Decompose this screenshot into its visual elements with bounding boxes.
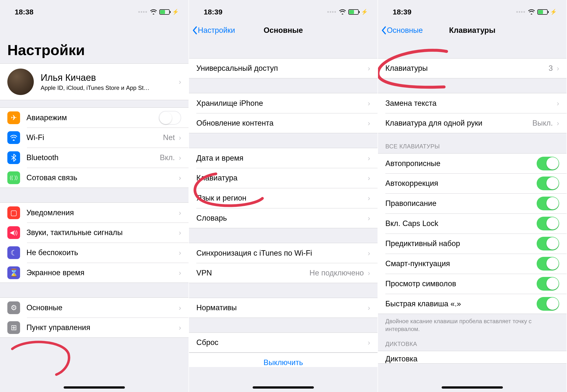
row-smart-punct[interactable]: Смарт-пунктуация xyxy=(378,254,567,274)
toggle[interactable] xyxy=(537,217,559,230)
section-header: ВСЕ КЛАВИАТУРЫ xyxy=(378,133,567,153)
chevron-right-icon: › xyxy=(557,64,559,72)
cell-signal-icon: •••• xyxy=(516,9,526,15)
chevron-right-icon: › xyxy=(368,269,370,277)
moon-icon: ☾ xyxy=(7,246,20,259)
bluetooth-icon xyxy=(7,151,20,164)
group: Замена текста › Клавиатура для одной рук… xyxy=(378,93,567,133)
row-bluetooth[interactable]: Bluetooth Вкл. › xyxy=(0,148,189,168)
toggle[interactable] xyxy=(537,177,559,190)
home-indicator xyxy=(442,386,503,389)
chevron-right-icon: › xyxy=(179,174,181,182)
sounds-icon: ◀)) xyxy=(7,226,20,239)
wifi-settings-icon xyxy=(7,131,20,144)
toggle[interactable] xyxy=(537,277,559,291)
toggle[interactable] xyxy=(537,297,559,311)
row-keyboard[interactable]: Клавиатура › xyxy=(189,168,377,188)
cell-signal-icon: •••• xyxy=(327,9,337,15)
screen-keyboards: 18:39 •••• ⚡ Основные Клавиатуры Клавиат… xyxy=(378,0,567,392)
row-autocorrect[interactable]: Автокоррекция xyxy=(378,173,567,194)
chevron-right-icon: › xyxy=(179,228,181,237)
group: Сброс › Выключить xyxy=(189,333,377,367)
chevron-right-icon: › xyxy=(557,99,559,108)
cell-signal-icon: •••• xyxy=(138,9,148,15)
row-background-refresh[interactable]: Обновление контента › xyxy=(189,113,377,133)
row-dnd[interactable]: ☾ Не беспокоить › xyxy=(0,243,189,263)
home-indicator xyxy=(253,386,314,389)
row-dictation[interactable]: Диктовка xyxy=(378,351,567,364)
chevron-right-icon: › xyxy=(368,99,370,108)
row-spellcheck[interactable]: Правописание xyxy=(378,194,567,213)
wifi-icon xyxy=(339,8,346,16)
toggle[interactable] xyxy=(537,196,559,210)
status-bar: 18:38 •••• ⚡ xyxy=(0,0,189,20)
chevron-right-icon: › xyxy=(368,64,370,72)
chevron-right-icon: › xyxy=(179,154,181,162)
row-one-hand[interactable]: Клавиатура для одной руки Выкл. › xyxy=(378,113,567,133)
status-time: 18:39 xyxy=(393,8,412,16)
switches-icon: ⊞ xyxy=(7,321,20,334)
row-capslock[interactable]: Вкл. Caps Lock xyxy=(378,213,567,234)
row-regulatory[interactable]: Нормативы › xyxy=(189,298,377,318)
nav-title: Основные xyxy=(189,26,377,35)
svg-rect-7 xyxy=(538,10,543,14)
chevron-right-icon: › xyxy=(179,323,181,332)
airplane-toggle[interactable] xyxy=(159,111,181,125)
toggle[interactable] xyxy=(537,257,559,271)
annotation-circle xyxy=(7,340,76,383)
row-predictive[interactable]: Предиктивный набор xyxy=(378,234,567,254)
page-title: Настройки xyxy=(0,20,189,63)
group-general: ⚙ Основные › ⊞ Пункт управления › xyxy=(0,297,189,338)
row-wifi[interactable]: Wi-Fi Net › xyxy=(0,127,189,148)
cellular-icon: (( )) xyxy=(7,171,20,184)
airplane-icon: ✈ xyxy=(7,112,20,124)
row-keyboards-list[interactable]: Клавиатуры 3 › xyxy=(378,58,567,78)
chevron-right-icon: › xyxy=(179,78,181,86)
chevron-right-icon: › xyxy=(368,304,370,312)
screen-settings: 18:38 •••• ⚡ Настройки Илья Кичаев Apple… xyxy=(0,0,189,392)
row-general[interactable]: ⚙ Основные › xyxy=(0,297,189,318)
nav-bar: Настройки Основные xyxy=(189,20,377,41)
row-reset[interactable]: Сброс › xyxy=(189,333,377,353)
toggle[interactable] xyxy=(537,237,559,251)
row-char-preview[interactable]: Просмотр символов xyxy=(378,274,567,294)
chevron-right-icon: › xyxy=(179,304,181,312)
svg-rect-5 xyxy=(359,11,360,13)
screen-general: 18:39 •••• ⚡ Настройки Основные Универса… xyxy=(189,0,378,392)
group: Универсальный доступ › xyxy=(189,58,377,78)
row-screentime[interactable]: ⌛ Экранное время › xyxy=(0,263,189,283)
battery-icon: ⚡ xyxy=(348,9,368,15)
chevron-right-icon: › xyxy=(368,249,370,257)
svg-rect-2 xyxy=(170,11,171,13)
home-indicator xyxy=(64,386,125,389)
profile-name: Илья Кичаев xyxy=(41,72,177,83)
row-shutdown[interactable]: Выключить xyxy=(189,353,377,367)
profile-row[interactable]: Илья Кичаев Apple ID, iCloud, iTunes Sto… xyxy=(0,63,189,100)
row-dictionary[interactable]: Словарь › xyxy=(189,208,377,228)
row-autocaps[interactable]: Автопрописные xyxy=(378,153,567,173)
status-time: 18:38 xyxy=(15,8,34,16)
chevron-right-icon: › xyxy=(368,154,370,162)
notifications-icon: ▢ xyxy=(7,206,20,219)
row-date-time[interactable]: Дата и время › xyxy=(189,148,377,168)
row-itunes-sync[interactable]: Синхронизация с iTunes по Wi-Fi › xyxy=(189,243,377,263)
group: Клавиатуры 3 › xyxy=(378,58,567,78)
row-cellular[interactable]: (( )) Сотовая связь › xyxy=(0,168,189,188)
row-period-shortcut[interactable]: Быстрая клавиша «.» xyxy=(378,294,567,314)
status-bar: 18:39 •••• ⚡ xyxy=(189,0,377,20)
chevron-right-icon: › xyxy=(179,249,181,257)
row-language-region[interactable]: Язык и регион › xyxy=(189,188,377,208)
row-sounds[interactable]: ◀)) Звуки, тактильные сигналы › xyxy=(0,223,189,243)
row-airplane[interactable]: ✈ Авиарежим xyxy=(0,108,189,127)
chevron-right-icon: › xyxy=(179,209,181,217)
row-vpn[interactable]: VPN Не подключено › xyxy=(189,263,377,283)
row-notifications[interactable]: ▢ Уведомления › xyxy=(0,202,189,223)
status-time: 18:39 xyxy=(204,8,222,16)
row-storage[interactable]: Хранилище iPhone › xyxy=(189,93,377,113)
row-control-center[interactable]: ⊞ Пункт управления › xyxy=(0,318,189,338)
avatar xyxy=(7,69,34,95)
toggle[interactable] xyxy=(537,157,559,170)
row-text-replace[interactable]: Замена текста › xyxy=(378,93,567,113)
section-footer: Двойное касание клавиши пробела вставляе… xyxy=(378,314,567,336)
row-accessibility[interactable]: Универсальный доступ › xyxy=(189,58,377,78)
